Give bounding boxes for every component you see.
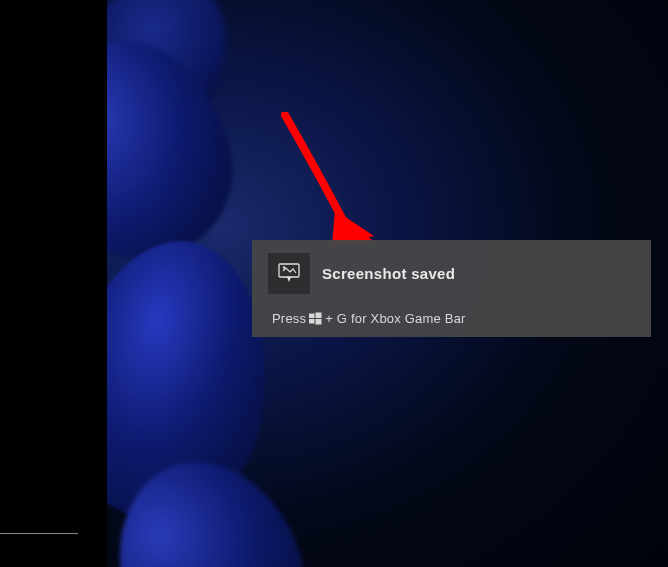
notification-icon-container	[268, 253, 310, 294]
svg-rect-9	[316, 313, 322, 319]
screenshot-saved-notification[interactable]: Screenshot saved Press + G for Xbox Game…	[252, 240, 651, 337]
notification-title: Screenshot saved	[322, 265, 455, 282]
svg-point-6	[283, 266, 285, 268]
notification-hint: Press + G for Xbox Game Bar	[252, 306, 651, 337]
panel-divider	[0, 533, 78, 534]
svg-marker-7	[287, 277, 291, 282]
svg-rect-8	[309, 314, 315, 319]
hint-suffix: + G for Xbox Game Bar	[325, 311, 465, 326]
svg-rect-11	[316, 319, 322, 325]
hint-prefix: Press	[272, 311, 306, 326]
svg-rect-10	[309, 319, 315, 324]
windows-key-icon	[309, 312, 322, 325]
screenshot-icon	[278, 263, 300, 283]
left-black-panel	[0, 0, 107, 567]
notification-header: Screenshot saved	[252, 240, 651, 306]
